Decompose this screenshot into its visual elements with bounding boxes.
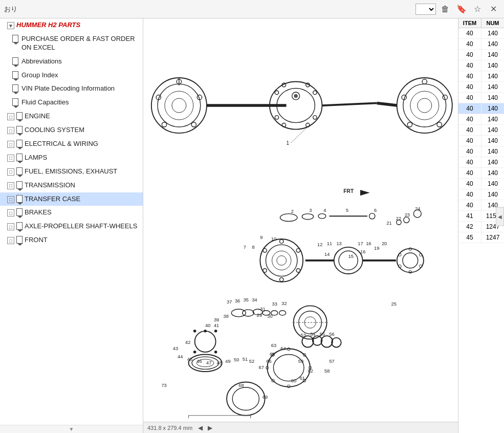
svg-text:14: 14	[324, 252, 330, 257]
sidebar-item-abbreviations[interactable]: Abbreviations	[0, 55, 143, 69]
expand-transmission[interactable]: □	[7, 182, 14, 189]
right-panel-row: 40140	[458, 28, 504, 39]
toolbar-dropdown[interactable]	[415, 4, 436, 15]
expand-cooling[interactable]: □	[7, 127, 14, 134]
svg-text:36: 36	[235, 298, 240, 304]
expand-axle[interactable]: □	[7, 223, 14, 230]
cell-num: 140	[481, 157, 504, 167]
expand-engine[interactable]: □	[7, 113, 14, 120]
svg-point-1	[158, 84, 201, 127]
sidebar-item-cooling[interactable]: □ COOLING SYSTEM	[0, 123, 143, 137]
svg-text:13: 13	[336, 241, 341, 246]
expand-transfer-case[interactable]: □	[7, 196, 14, 203]
expand-lamps[interactable]: □	[7, 155, 14, 162]
expand-brakes[interactable]: □	[7, 209, 14, 216]
sidebar-scroll[interactable]: ▼ HUMMER H2 PARTS PURCHASE ORDER & FAST …	[0, 18, 143, 425]
expand-electrical[interactable]: □	[7, 141, 14, 148]
bookmark-icon-engine	[16, 112, 23, 120]
star-button[interactable]: ☆	[472, 3, 483, 15]
svg-text:12: 12	[317, 242, 322, 247]
cell-item: 40	[458, 28, 481, 38]
svg-text:29: 29	[257, 313, 262, 318]
svg-rect-168	[189, 416, 251, 418]
svg-text:62: 62	[308, 369, 313, 374]
bookmark-icon-brakes	[16, 208, 23, 216]
cell-item: 40	[458, 125, 481, 135]
svg-point-119	[193, 330, 196, 333]
svg-point-114	[195, 331, 216, 352]
expand-root[interactable]: ▼	[7, 22, 14, 29]
close-button[interactable]: ✕	[487, 3, 500, 15]
sidebar-item-group-index[interactable]: Group Index	[0, 69, 143, 82]
sidebar-label-fluid: Fluid Capacities	[21, 98, 69, 107]
status-bar: 431.8 x 279.4 mm ◀ ▶	[143, 422, 458, 433]
right-panel-row: 40140	[458, 93, 504, 103]
right-panel-row: 40140	[458, 71, 504, 82]
sidebar-item-axle[interactable]: □ AXLE-PROPELLER SHAFT-WHEELS	[0, 220, 143, 233]
right-panel-row: 40140	[458, 103, 504, 114]
sidebar-item-vin-plate[interactable]: VIN Plate Decoding Information	[0, 82, 143, 96]
next-page-button[interactable]: ▶	[206, 424, 214, 431]
svg-text:34: 34	[252, 297, 257, 302]
svg-text:6: 6	[374, 208, 377, 213]
bookmark-icon-fuel	[16, 167, 23, 175]
cell-num: 140	[481, 50, 504, 60]
right-panel-rows[interactable]: 4014040140401404014040140401404014040140…	[458, 28, 504, 433]
expand-fuel[interactable]: □	[7, 168, 14, 176]
svg-point-58	[260, 239, 303, 282]
svg-text:44: 44	[178, 354, 183, 359]
svg-point-82	[397, 249, 424, 273]
expand-front[interactable]: □	[7, 237, 14, 244]
frt-label: FRT	[343, 188, 369, 196]
svg-text:67: 67	[259, 365, 264, 371]
cell-item: 40	[458, 157, 481, 167]
svg-text:35: 35	[244, 297, 249, 302]
sidebar-item-front[interactable]: □ FRONT	[0, 233, 143, 247]
cell-item: 40	[458, 136, 481, 146]
main-layout: ▼ HUMMER H2 PARTS PURCHASE ORDER & FAST …	[0, 18, 504, 433]
sidebar-scroll-down[interactable]: ▼	[0, 425, 143, 433]
sidebar-item-fluid[interactable]: Fluid Capacities	[0, 96, 143, 110]
cell-num: 140	[481, 146, 504, 157]
sidebar-root[interactable]: ▼ HUMMER H2 PARTS	[0, 18, 143, 32]
svg-point-2	[165, 91, 193, 120]
sidebar-label-front: FRONT	[25, 236, 48, 245]
cell-item: 40	[458, 50, 481, 60]
svg-text:41: 41	[214, 323, 219, 329]
right-panel-row: 40140	[458, 60, 504, 71]
svg-point-141	[332, 338, 341, 348]
svg-text:51: 51	[243, 357, 248, 362]
svg-text:42: 42	[185, 340, 190, 345]
cell-num: 140	[481, 28, 504, 38]
svg-text:56: 56	[329, 332, 334, 337]
sidebar-item-brakes[interactable]: □ BRAKES	[0, 206, 143, 220]
bookmark-icon-vin	[12, 84, 18, 92]
svg-point-67	[263, 249, 267, 252]
svg-text:16: 16	[366, 241, 371, 246]
right-panel-header: ITEM NUM	[458, 18, 504, 28]
prev-page-button[interactable]: ◀	[196, 424, 204, 431]
sidebar-item-electrical[interactable]: □ ELECTRICAL & WIRING	[0, 137, 143, 151]
svg-point-60	[272, 251, 291, 270]
svg-point-29	[410, 91, 439, 120]
cell-num: 1247	[481, 232, 504, 243]
sidebar-item-engine[interactable]: □ ENGINE	[0, 110, 143, 123]
cell-item: 40	[458, 39, 481, 49]
sidebar-item-transmission[interactable]: □ TRANSMISSION	[0, 179, 143, 192]
svg-point-0	[151, 78, 207, 133]
sidebar-item-purchase-order[interactable]: PURCHASE ORDER & FAST ORDER ON EXCEL	[0, 32, 143, 55]
sidebar-item-lamps[interactable]: □ LAMPS	[0, 151, 143, 165]
cell-num: 140	[481, 93, 504, 103]
sidebar-label-group: Group Index	[21, 71, 58, 80]
delete-button[interactable]: 🗑	[439, 4, 451, 15]
bookmark-icon-abbrev	[12, 57, 18, 65]
sidebar-item-fuel[interactable]: □ FUEL, EMISSIONS, EXHAUST	[0, 165, 143, 179]
add-bookmark-button[interactable]: 🔖	[454, 3, 469, 15]
svg-point-100	[231, 309, 246, 317]
svg-point-63	[296, 249, 300, 252]
svg-text:50: 50	[234, 358, 239, 363]
cell-num: 140	[481, 136, 504, 146]
cell-item: 40	[458, 146, 481, 157]
sidebar-item-transfer-case[interactable]: □ TRANSFER CASE	[0, 192, 143, 206]
svg-point-30	[418, 98, 432, 113]
